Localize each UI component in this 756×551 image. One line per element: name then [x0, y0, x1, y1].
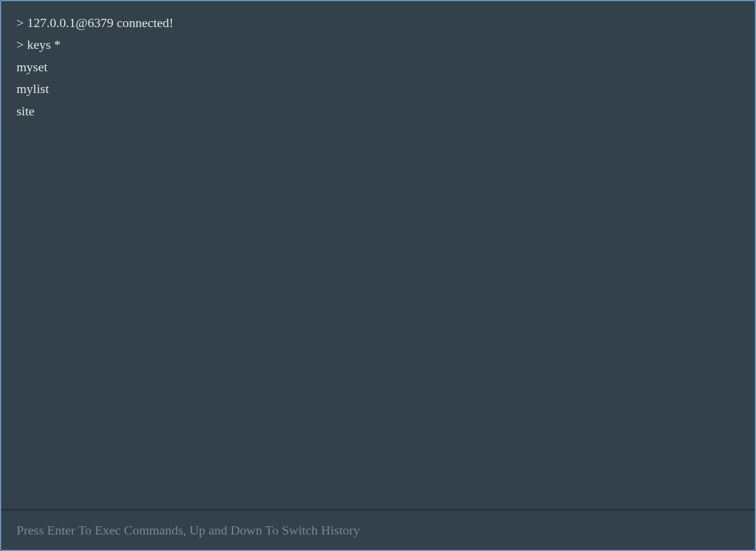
output-line: > keys * [16, 34, 740, 55]
terminal-container: > 127.0.0.1@6379 connected! > keys * mys… [0, 0, 756, 551]
terminal-input-area [1, 511, 755, 550]
command-input[interactable] [16, 523, 740, 538]
terminal-output-area[interactable]: > 127.0.0.1@6379 connected! > keys * mys… [1, 1, 755, 509]
output-line: myset [16, 56, 740, 78]
output-line: > 127.0.0.1@6379 connected! [16, 12, 740, 34]
output-line: mylist [16, 78, 740, 99]
output-line: site [16, 100, 740, 122]
